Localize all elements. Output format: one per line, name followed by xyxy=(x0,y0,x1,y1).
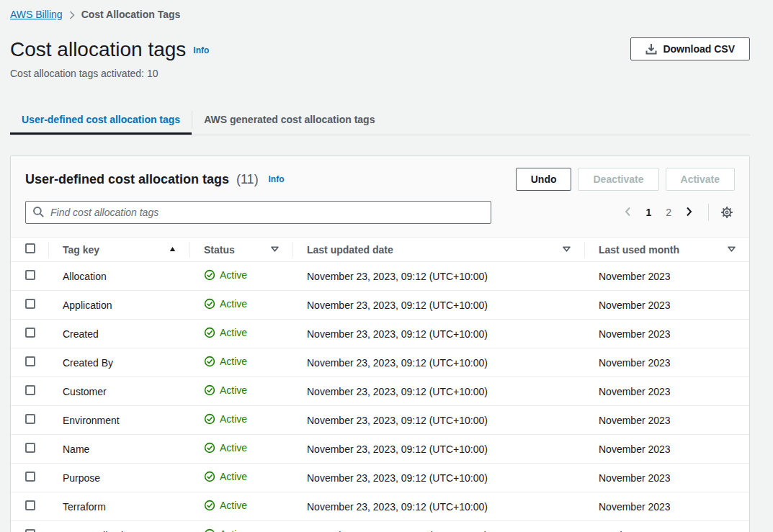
settings-gear-icon[interactable] xyxy=(719,204,735,220)
status-cell: Active xyxy=(189,377,292,406)
last-updated-value: November 23, 2023, 09:12 (UTC+10:00) xyxy=(307,271,488,282)
tag-key-cell: Application xyxy=(48,291,189,320)
column-header-tag-key[interactable]: Tag key xyxy=(48,238,189,262)
column-header-status[interactable]: Status xyxy=(189,238,292,262)
tag-key-value: Name xyxy=(63,443,89,455)
status-cell: Active xyxy=(189,492,292,521)
download-csv-label: Download CSV xyxy=(663,43,735,55)
row-checkbox[interactable] xyxy=(25,356,35,366)
panel-info-link[interactable]: Info xyxy=(269,174,285,184)
last-updated-cell: November 23, 2023, 09:12 (UTC+10:00) xyxy=(292,406,584,435)
last-updated-cell: November 23, 2023, 09:12 (UTC+10:00) xyxy=(292,521,584,532)
row-checkbox[interactable] xyxy=(25,443,35,453)
last-used-value: November 2023 xyxy=(599,472,671,484)
tag-key-cell: user:Application xyxy=(48,521,189,532)
active-status-icon xyxy=(204,442,215,454)
tag-key-cell: Purpose xyxy=(48,464,189,492)
status-filter-icon[interactable] xyxy=(270,245,280,254)
breadcrumb-link-aws-billing[interactable]: AWS Billing xyxy=(10,9,63,20)
row-checkbox[interactable] xyxy=(25,328,35,338)
previous-page-button[interactable] xyxy=(619,204,637,222)
download-icon xyxy=(645,43,657,55)
active-status-icon xyxy=(204,471,215,482)
row-checkbox[interactable] xyxy=(25,414,35,424)
page-number-2[interactable]: 2 xyxy=(660,204,677,221)
status-cell: Active xyxy=(189,262,292,291)
download-csv-button[interactable]: Download CSV xyxy=(630,37,750,60)
next-page-button[interactable] xyxy=(680,204,698,222)
tag-key-value: user:Application xyxy=(63,530,135,532)
status-label: Active xyxy=(220,327,247,338)
page-header: Cost allocation tagsInfo Cost allocation… xyxy=(10,37,750,79)
last-updated-value: November 23, 2023, 09:12 (UTC+10:00) xyxy=(307,472,488,484)
last-updated-value: November 23, 2023, 09:12 (UTC+10:00) xyxy=(307,415,488,426)
last-used-value: November 2023 xyxy=(599,357,671,369)
last-updated-value: November 23, 2023, 09:12 (UTC+10:00) xyxy=(307,328,488,340)
row-checkbox-cell xyxy=(11,435,48,464)
search-input[interactable] xyxy=(25,201,491,224)
last-updated-value: November 23, 2023, 09:12 (UTC+10:00) xyxy=(307,357,488,369)
table-row: Customer Active November 23, 2023, 09:12… xyxy=(11,377,749,406)
tag-key-cell: Terraform xyxy=(48,492,189,521)
breadcrumb-chevron-icon xyxy=(69,11,75,19)
row-checkbox[interactable] xyxy=(25,500,35,510)
active-status-icon xyxy=(204,269,215,281)
status-label: Active xyxy=(220,298,247,310)
last-used-cell: November 2023 xyxy=(584,406,749,435)
tag-key-cell: Created By xyxy=(48,348,189,377)
last-updated-cell: November 23, 2023, 09:12 (UTC+10:00) xyxy=(292,320,584,348)
row-checkbox-cell xyxy=(11,521,48,532)
last-updated-cell: November 23, 2023, 09:12 (UTC+10:00) xyxy=(292,492,584,521)
column-header-last-updated[interactable]: Last updated date xyxy=(292,238,584,262)
panel-title-group: User-defined cost allocation tags (11) I… xyxy=(25,172,285,187)
tab-aws-generated-tags[interactable]: AWS generated cost allocation tags xyxy=(192,104,386,135)
tag-key-value: Created xyxy=(63,328,99,340)
column-label-last-updated: Last updated date xyxy=(307,244,393,256)
tag-key-value: Environment xyxy=(63,415,120,426)
breadcrumb: AWS Billing Cost Allocation Tags xyxy=(10,9,750,20)
last-used-cell: November 2023 xyxy=(584,435,749,464)
tag-key-value: Customer xyxy=(63,386,107,397)
last-updated-filter-icon[interactable] xyxy=(562,245,571,254)
table-row: Created By Active November 23, 2023, 09:… xyxy=(11,348,749,377)
select-all-checkbox[interactable] xyxy=(25,243,35,253)
table-row: Application Active November 23, 2023, 09… xyxy=(11,291,749,320)
title-info-link[interactable]: Info xyxy=(193,45,209,55)
last-used-filter-icon[interactable] xyxy=(727,245,736,254)
pagination-divider xyxy=(708,204,709,221)
tag-key-value: Created By xyxy=(63,357,113,369)
tab-user-defined-tags[interactable]: User-defined cost allocation tags xyxy=(10,104,192,135)
chevron-left-icon xyxy=(625,207,631,219)
search-icon xyxy=(32,206,45,220)
panel-count: (11) xyxy=(236,172,259,186)
column-header-last-used[interactable]: Last used month xyxy=(584,238,749,262)
row-checkbox[interactable] xyxy=(25,270,35,280)
breadcrumb-current: Cost Allocation Tags xyxy=(81,9,181,20)
activate-button[interactable]: Activate xyxy=(666,168,735,191)
deactivate-button[interactable]: Deactivate xyxy=(578,168,658,191)
tag-key-cell: Customer xyxy=(48,377,189,406)
last-used-cell: November 2023 xyxy=(584,464,749,492)
last-updated-cell: November 23, 2023, 09:12 (UTC+10:00) xyxy=(292,377,584,406)
last-used-cell: November 2023 xyxy=(584,320,749,348)
last-used-value: November 2023 xyxy=(599,328,671,340)
last-used-cell: November 2023 xyxy=(584,377,749,406)
row-checkbox[interactable] xyxy=(25,472,35,482)
table-row: Purpose Active November 23, 2023, 09:12 … xyxy=(11,464,749,492)
row-checkbox-cell xyxy=(11,406,48,435)
table-header-row: Tag key Status xyxy=(11,238,749,262)
row-checkbox-cell xyxy=(11,464,48,492)
active-status-icon xyxy=(204,528,215,532)
last-updated-value: November 23, 2023, 09:12 (UTC+10:00) xyxy=(307,443,488,455)
select-all-header xyxy=(11,238,48,262)
row-checkbox[interactable] xyxy=(25,529,35,532)
status-label: Active xyxy=(220,442,247,454)
column-label-status: Status xyxy=(204,244,235,256)
row-checkbox[interactable] xyxy=(25,299,35,309)
undo-button[interactable]: Undo xyxy=(516,168,572,191)
last-updated-cell: November 23, 2023, 09:12 (UTC+10:00) xyxy=(292,291,584,320)
last-used-cell: November 2023 xyxy=(584,348,749,377)
panel-header: User-defined cost allocation tags (11) I… xyxy=(11,156,749,238)
row-checkbox[interactable] xyxy=(25,385,35,395)
page-number-1[interactable]: 1 xyxy=(640,204,657,221)
